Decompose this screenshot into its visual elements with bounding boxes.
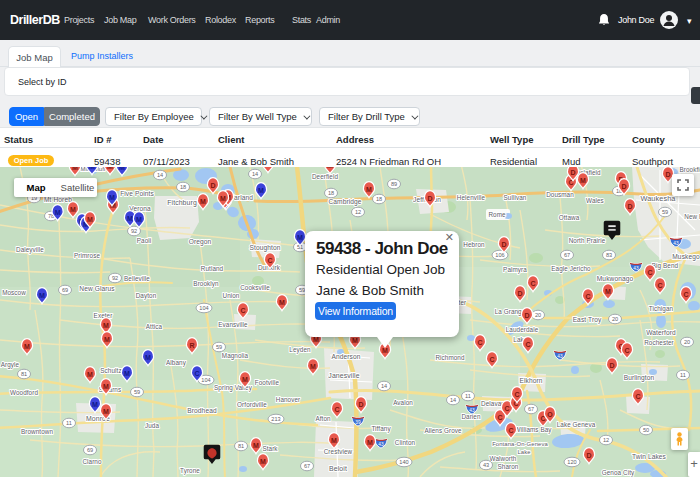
svg-text:Woodford: Woodford <box>10 389 38 396</box>
svg-text:Rutland: Rutland <box>201 265 224 272</box>
svg-text:Waterford: Waterford <box>646 329 676 336</box>
svg-text:20: 20 <box>684 339 690 345</box>
svg-text:C: C <box>525 341 530 348</box>
svg-text:12: 12 <box>603 437 609 443</box>
svg-text:C: C <box>489 356 494 363</box>
svg-text:Hebron: Hebron <box>463 241 485 248</box>
svg-text:Elkhorn: Elkhorn <box>519 377 542 384</box>
svg-text:43: 43 <box>557 354 563 359</box>
svg-text:M: M <box>87 371 93 378</box>
svg-text:43: 43 <box>469 408 475 413</box>
svg-text:M: M <box>260 458 266 465</box>
svg-text:Twin Lakes: Twin Lakes <box>632 453 667 460</box>
svg-text:43: 43 <box>633 266 639 271</box>
svg-text:M: M <box>103 408 109 415</box>
svg-text:20: 20 <box>612 316 618 322</box>
svg-text:East Troy: East Troy <box>573 316 602 324</box>
svg-text:106: 106 <box>495 252 504 258</box>
svg-text:Muskego: Muskego <box>672 253 700 261</box>
svg-text:Hanover: Hanover <box>276 396 301 403</box>
svg-text:D: D <box>427 195 432 202</box>
svg-text:Oregon: Oregon <box>189 238 212 246</box>
svg-text:Dayton: Dayton <box>136 292 157 300</box>
svg-text:Afton: Afton <box>315 415 331 422</box>
svg-text:M: M <box>119 167 125 171</box>
svg-text:Primrose: Primrose <box>74 252 100 259</box>
svg-text:Sharon: Sharon <box>498 463 519 470</box>
svg-text:New Glarus: New Glarus <box>79 285 115 292</box>
svg-text:104: 104 <box>199 305 208 311</box>
svg-text:M: M <box>605 288 611 295</box>
svg-text:C: C <box>240 307 245 314</box>
svg-text:89: 89 <box>391 181 397 187</box>
svg-text:69: 69 <box>87 447 93 453</box>
svg-text:50: 50 <box>643 427 649 433</box>
svg-text:Stoughton: Stoughton <box>250 244 281 252</box>
svg-text:Burlington: Burlington <box>624 374 655 382</box>
svg-text:11: 11 <box>66 420 72 426</box>
svg-text:D: D <box>358 401 363 408</box>
svg-text:M: M <box>297 234 303 241</box>
svg-text:Footville: Footville <box>255 379 280 386</box>
svg-text:14: 14 <box>252 171 258 177</box>
svg-text:Helenville: Helenville <box>457 194 486 201</box>
svg-text:M: M <box>279 299 285 306</box>
svg-text:Moscow: Moscow <box>2 289 26 296</box>
svg-text:14: 14 <box>381 383 387 389</box>
svg-text:M: M <box>104 336 110 343</box>
svg-text:C: C <box>624 347 629 354</box>
svg-text:92: 92 <box>131 228 137 234</box>
svg-text:Cooksville: Cooksville <box>240 284 270 291</box>
svg-text:Genoa City: Genoa City <box>602 469 635 477</box>
svg-text:D: D <box>524 312 529 319</box>
svg-text:Richmond: Richmond <box>435 354 465 361</box>
svg-text:Browntown: Browntown <box>21 428 53 435</box>
svg-text:D: D <box>570 169 575 176</box>
svg-text:92: 92 <box>112 275 118 281</box>
svg-text:M: M <box>89 167 95 170</box>
svg-text:Magnolia: Magnolia <box>222 352 249 360</box>
svg-text:104: 104 <box>201 377 210 383</box>
svg-text:Palmyra: Palmyra <box>503 266 527 274</box>
svg-text:D: D <box>586 452 591 459</box>
svg-text:M: M <box>92 401 98 408</box>
svg-text:Avalon: Avalon <box>393 399 413 406</box>
svg-text:81: 81 <box>238 443 244 449</box>
svg-text:43: 43 <box>378 442 384 447</box>
svg-text:C: C <box>657 282 662 289</box>
svg-text:14: 14 <box>450 397 456 403</box>
svg-text:Union: Union <box>223 292 240 299</box>
svg-text:M: M <box>39 292 45 299</box>
svg-text:Lauderdale: Lauderdale <box>506 326 539 333</box>
svg-text:C: C <box>497 414 502 421</box>
svg-text:Rome: Rome <box>488 211 506 218</box>
svg-text:Anderson: Anderson <box>331 353 360 360</box>
svg-text:D: D <box>501 241 506 248</box>
svg-text:M: M <box>107 167 113 170</box>
svg-text:M: M <box>265 167 271 168</box>
svg-text:67: 67 <box>528 406 534 412</box>
svg-text:Walworth: Walworth <box>490 455 517 462</box>
svg-text:M: M <box>127 215 133 222</box>
svg-text:Mukwonago: Mukwonago <box>597 275 634 283</box>
svg-text:Clinton: Clinton <box>395 439 416 446</box>
svg-text:Cambridge: Cambridge <box>328 198 361 206</box>
svg-text:Orfordville: Orfordville <box>237 401 267 408</box>
svg-text:Allens Grove: Allens Grove <box>424 427 462 434</box>
svg-text:D: D <box>210 182 215 189</box>
svg-text:Beloit: Beloit <box>329 465 347 472</box>
svg-text:C: C <box>635 393 640 400</box>
svg-text:Clarno: Clarno <box>82 458 102 465</box>
svg-text:Attica: Attica <box>146 323 163 330</box>
svg-text:M: M <box>55 209 61 216</box>
svg-text:Ottawa: Ottawa <box>559 214 580 221</box>
svg-text:D: D <box>627 203 632 210</box>
svg-text:140: 140 <box>399 459 408 465</box>
svg-text:69: 69 <box>62 287 68 293</box>
svg-text:59: 59 <box>134 389 140 395</box>
svg-text:M: M <box>310 363 316 370</box>
svg-text:M: M <box>24 343 30 350</box>
svg-text:Tyrone: Tyrone <box>180 467 200 475</box>
svg-text:Waukesha: Waukesha <box>640 194 676 203</box>
svg-text:67: 67 <box>304 463 310 469</box>
